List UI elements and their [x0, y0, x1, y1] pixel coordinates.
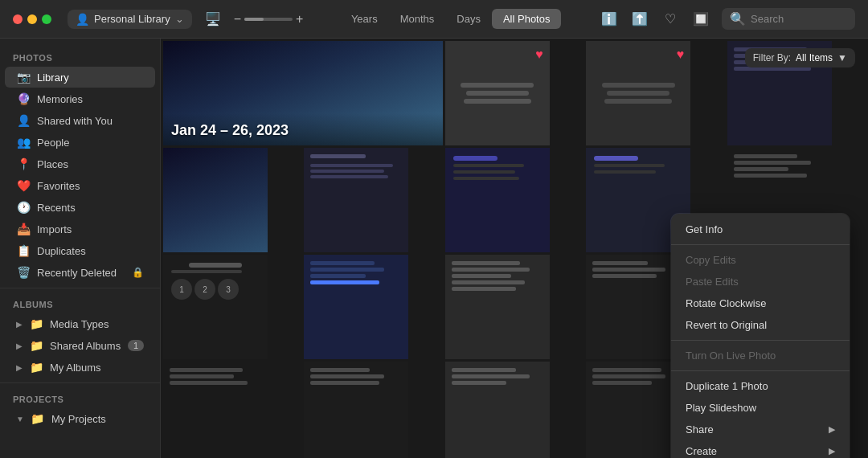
sidebar-item-recently-deleted[interactable]: 🗑️ Recently Deleted 🔒 — [5, 262, 155, 283]
filter-bar[interactable]: Filter By: All Items ▼ — [745, 48, 855, 67]
ctx-copy-edits: Copy Edits — [674, 249, 846, 271]
shared-icon: 👤 — [16, 114, 31, 127]
close-button[interactable] — [13, 14, 23, 24]
sidebar-item-people[interactable]: 👥 People — [5, 132, 155, 153]
sidebar-people-label: People — [37, 137, 144, 149]
view-years-btn[interactable]: Years — [340, 9, 389, 29]
traffic-lights — [13, 14, 51, 24]
minimize-button[interactable] — [27, 14, 37, 24]
chevron-right-icon-2: ▶ — [16, 341, 23, 350]
sidebar-item-places[interactable]: 📍 Places — [5, 153, 155, 174]
search-bar[interactable]: 🔍 — [722, 8, 855, 30]
titlebar: 👤 Personal Library ⌄ 🖥️ − + Years Months… — [0, 0, 868, 39]
filter-arrow-icon: ▼ — [837, 52, 847, 63]
media-types-label: Media Types — [50, 318, 144, 330]
ctx-share[interactable]: Share ▶ — [674, 419, 846, 440]
search-input[interactable] — [751, 13, 847, 25]
search-icon: 🔍 — [730, 11, 746, 27]
view-months-btn[interactable]: Months — [389, 9, 446, 29]
zoom-plus[interactable]: + — [296, 12, 303, 27]
ctx-create[interactable]: Create ▶ — [674, 440, 846, 458]
photo-cell[interactable]: 1 2 3 — [163, 255, 268, 359]
view-all-photos-btn[interactable]: All Photos — [492, 9, 562, 29]
ctx-rotate-cw[interactable]: Rotate Clockwise — [674, 292, 846, 314]
zoom-control: − + — [234, 12, 304, 27]
media-types-icon: 📁 — [29, 317, 43, 330]
photo-cell[interactable] — [304, 148, 408, 252]
ctx-group-2: Copy Edits Paste Edits Rotate Clockwise … — [671, 247, 850, 337]
shared-albums-icon: 📁 — [29, 339, 43, 352]
lock-icon: 🔒 — [132, 267, 144, 278]
shared-albums-label: Shared Albums — [50, 340, 121, 352]
filter-label: Filter By: — [753, 52, 791, 63]
ctx-get-info[interactable]: Get Info — [674, 219, 846, 240]
trash-icon: 🗑️ — [16, 266, 31, 279]
sidebar-group-media-types[interactable]: ▶ 📁 Media Types — [5, 313, 155, 334]
photo-cell[interactable]: ♥ — [445, 41, 550, 145]
photo-cell[interactable] — [304, 362, 408, 458]
chevron-right-icon: ▶ — [16, 320, 23, 329]
ctx-turn-on-live: Turn On Live Photo — [674, 345, 846, 366]
ctx-create-arrow-icon: ▶ — [829, 446, 835, 456]
photo-cell[interactable]: Jan 24 – 26, 2023 — [163, 41, 443, 145]
sidebar-item-library[interactable]: 📷 Library — [5, 67, 155, 88]
ctx-divider-3 — [671, 370, 850, 371]
sidebar-recents-label: Recents — [37, 202, 144, 214]
photos-section-title: Photos — [0, 47, 160, 66]
zoom-minus[interactable]: − — [234, 12, 241, 27]
chevron-right-icon-3: ▶ — [16, 363, 23, 372]
ctx-duplicate[interactable]: Duplicate 1 Photo — [674, 375, 846, 397]
content-area: Filter By: All Items ▼ Jan 24 – 26, 2023 — [161, 39, 868, 458]
sidebar-item-favorites[interactable]: ❤️ Favorites — [5, 175, 155, 196]
add-button[interactable]: 🔲 — [690, 8, 712, 31]
photo-cell[interactable]: ♥ — [586, 41, 690, 145]
info-button[interactable]: ℹ️ — [598, 8, 620, 31]
ctx-play-slideshow[interactable]: Play Slideshow — [674, 397, 846, 419]
screen-icon[interactable]: 🖥️ — [202, 8, 224, 31]
view-days-btn[interactable]: Days — [445, 9, 492, 29]
ctx-divider-2 — [671, 340, 850, 341]
sidebar-places-label: Places — [37, 158, 144, 170]
share-button[interactable]: ⬆️ — [628, 8, 651, 31]
projects-section-title: Projects — [0, 388, 160, 407]
sidebar-item-memories[interactable]: 🔮 Memories — [5, 88, 155, 109]
main-layout: Photos 📷 Library 🔮 Memories 👤 Shared wit… — [0, 39, 868, 458]
my-albums-icon: 📁 — [29, 361, 43, 374]
date-label: Jan 24 – 26, 2023 — [171, 122, 289, 139]
sidebar-favorites-label: Favorites — [37, 180, 144, 192]
sidebar-duplicates-label: Duplicates — [37, 245, 144, 257]
favorites-button[interactable]: ♡ — [659, 8, 682, 31]
chevron-down-icon: ⌄ — [175, 13, 184, 25]
photo-cell[interactable] — [304, 255, 408, 359]
photo-cell[interactable] — [445, 362, 550, 458]
favorites-icon: ❤️ — [16, 179, 31, 192]
photo-cell[interactable] — [445, 255, 550, 359]
places-icon: 📍 — [16, 157, 31, 170]
sidebar-item-recents[interactable]: 🕐 Recents — [5, 197, 155, 218]
ctx-divider-1 — [671, 244, 850, 245]
heart-icon-2: ♥ — [677, 47, 685, 62]
view-options: Years Months Days All Photos — [340, 9, 562, 29]
sidebar-group-my-projects[interactable]: ▼ 📁 My Projects — [5, 408, 155, 429]
photo-cell[interactable] — [445, 148, 550, 252]
sidebar-group-shared-albums[interactable]: ▶ 📁 Shared Albums 1 — [5, 335, 155, 356]
my-projects-label: My Projects — [51, 413, 144, 425]
heart-icon: ♥ — [535, 47, 543, 62]
ctx-group-4: Duplicate 1 Photo Play Slideshow Share ▶… — [671, 374, 850, 458]
ctx-paste-edits: Paste Edits — [674, 271, 846, 292]
photo-cell[interactable] — [163, 362, 268, 458]
photo-cell[interactable] — [163, 148, 268, 252]
sidebar-item-duplicates[interactable]: 📋 Duplicates — [5, 240, 155, 261]
maximize-button[interactable] — [42, 14, 51, 24]
library-picker[interactable]: 👤 Personal Library ⌄ — [68, 10, 192, 29]
filter-value: All Items — [796, 52, 833, 63]
library-icon: 📷 — [16, 71, 31, 84]
sidebar-item-shared-with-you[interactable]: 👤 Shared with You — [5, 110, 155, 131]
ctx-group-1: Get Info — [671, 217, 850, 242]
duplicates-icon: 📋 — [16, 244, 31, 257]
sidebar-group-my-albums[interactable]: ▶ 📁 My Albums — [5, 357, 155, 378]
person-icon: 👤 — [76, 13, 89, 26]
ctx-revert[interactable]: Revert to Original — [674, 314, 846, 336]
shared-albums-badge: 1 — [128, 340, 144, 351]
sidebar-item-imports[interactable]: 📥 Imports — [5, 219, 155, 239]
